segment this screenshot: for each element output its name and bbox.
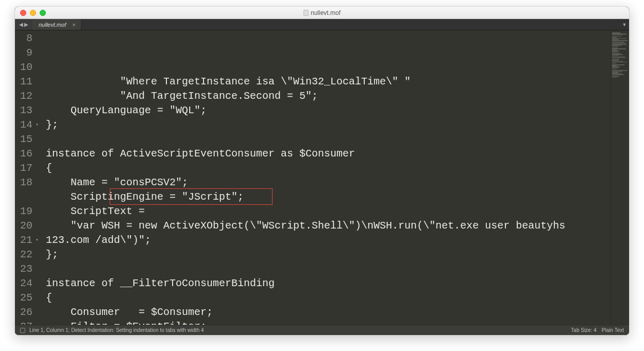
line-number: 21 bbox=[15, 233, 32, 248]
line-number: 17 bbox=[15, 161, 32, 176]
zoom-window-button[interactable] bbox=[40, 10, 46, 16]
line-number: 10 bbox=[15, 60, 32, 75]
close-window-button[interactable] bbox=[20, 10, 26, 16]
code-line: }; bbox=[46, 248, 611, 262]
code-line: ScriptText = bbox=[46, 204, 611, 219]
tab-overflow-menu[interactable]: ▼ bbox=[620, 19, 629, 30]
tab-bar: ◀ ▶ nullevt.mof × ▼ bbox=[15, 19, 629, 30]
line-number: 25 bbox=[15, 291, 32, 305]
line-number: 8 bbox=[15, 31, 32, 46]
close-tab-icon[interactable]: × bbox=[72, 22, 75, 28]
editor-window: nullevt.mof ◀ ▶ nullevt.mof × ▼ 89101112… bbox=[14, 6, 630, 336]
code-line: Consumer = $Consumer; bbox=[46, 305, 611, 320]
line-number: 16 bbox=[15, 147, 32, 161]
status-left: Line 1, Column 1; Detect Indentation: Se… bbox=[20, 327, 204, 333]
status-tab-size[interactable]: Tab Size: 4 bbox=[571, 327, 596, 333]
code-area[interactable]: "Where TargetInstance isa \"Win32_LocalT… bbox=[37, 30, 611, 325]
line-number: 11 bbox=[15, 75, 32, 89]
code-line: "Where TargetInstance isa \"Win32_LocalT… bbox=[46, 75, 611, 89]
window-title: nullevt.mof bbox=[15, 9, 629, 16]
status-cursor-info: Line 1, Column 1; Detect Indentation: Se… bbox=[29, 327, 204, 333]
status-checkbox-icon[interactable] bbox=[20, 328, 25, 333]
code-line: { bbox=[46, 291, 611, 305]
status-syntax[interactable]: Plain Text bbox=[602, 327, 624, 333]
code-line: }; bbox=[46, 118, 611, 132]
line-number: 14 bbox=[15, 118, 32, 132]
code-line: instance of __FilterToConsumerBinding bbox=[46, 276, 611, 291]
window-controls bbox=[20, 10, 46, 16]
code-line bbox=[46, 262, 611, 276]
line-number: 23 bbox=[15, 262, 32, 276]
minimap[interactable] bbox=[611, 30, 629, 325]
code-line bbox=[46, 132, 611, 147]
code-line: Name = "consPCSV2"; bbox=[46, 176, 611, 190]
nav-back-icon[interactable]: ◀ bbox=[19, 22, 23, 27]
line-number: 15 bbox=[15, 132, 32, 147]
code-line: instance of ActiveScriptEventConsumer as… bbox=[46, 147, 611, 161]
line-number: 19 bbox=[15, 204, 32, 219]
line-number: 20 bbox=[15, 219, 32, 233]
code-editor: 89101112131415161718192021222324252627 "… bbox=[15, 30, 629, 325]
code-line: QueryLanguage = "WQL"; bbox=[46, 103, 611, 118]
line-number: 13 bbox=[15, 103, 32, 118]
document-icon bbox=[303, 10, 309, 16]
code-line: "And TargetInstance.Second = 5"; bbox=[46, 89, 611, 103]
code-line: ScriptingEngine = "JScript"; bbox=[46, 190, 611, 204]
window-title-text: nullevt.mof bbox=[311, 9, 341, 16]
minimize-window-button[interactable] bbox=[30, 10, 36, 16]
tab-label: nullevt.mof bbox=[39, 22, 66, 28]
titlebar: nullevt.mof bbox=[15, 7, 629, 19]
line-number bbox=[15, 190, 32, 204]
line-number-gutter: 89101112131415161718192021222324252627 bbox=[15, 30, 37, 325]
tab-active[interactable]: nullevt.mof × bbox=[32, 19, 81, 30]
code-line: { bbox=[46, 161, 611, 176]
line-number: 12 bbox=[15, 89, 32, 103]
line-number: 18 bbox=[15, 176, 32, 190]
nav-forward-icon[interactable]: ▶ bbox=[24, 22, 28, 27]
status-bar: Line 1, Column 1; Detect Indentation: Se… bbox=[15, 325, 629, 335]
tab-history-nav: ◀ ▶ bbox=[15, 19, 32, 30]
line-number: 24 bbox=[15, 276, 32, 291]
line-number: 26 bbox=[15, 305, 32, 320]
code-line: "var WSH = new ActiveXObject(\"WScript.S… bbox=[46, 219, 611, 248]
line-number: 22 bbox=[15, 248, 32, 262]
line-number: 9 bbox=[15, 46, 32, 60]
